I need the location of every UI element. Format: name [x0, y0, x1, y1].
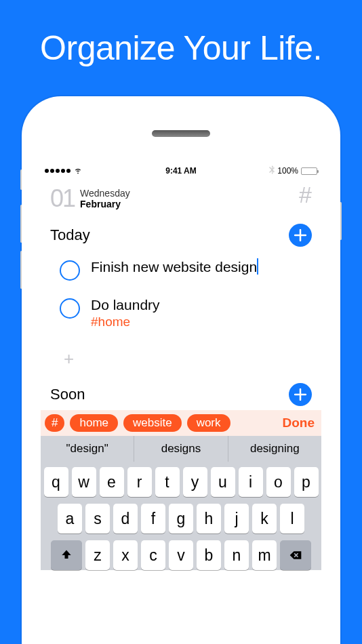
date-header: 01 Wednesday February #	[41, 178, 321, 217]
autocomplete-bar: "design" designs designing	[41, 436, 321, 462]
date-weekday: Wednesday	[80, 188, 130, 199]
phone-speaker	[152, 130, 210, 137]
task-row[interactable]: Do laundry #home	[41, 289, 321, 338]
battery-icon	[301, 167, 317, 175]
keyboard-row: a s d f g h j k l	[43, 504, 319, 534]
key-p[interactable]: p	[294, 467, 319, 497]
tag-pill-home[interactable]: home	[70, 414, 118, 432]
task-checkbox[interactable]	[60, 260, 80, 281]
task-text[interactable]: Do laundry	[91, 297, 160, 313]
bluetooth-icon	[269, 165, 275, 176]
autocomplete-option[interactable]: "design"	[41, 436, 134, 462]
task-row[interactable]: Finish new website design	[41, 251, 321, 289]
key-l[interactable]: l	[280, 504, 304, 534]
hash-filter-button[interactable]: #	[299, 182, 312, 208]
wifi-icon	[73, 165, 83, 177]
key-z[interactable]: z	[85, 540, 110, 570]
key-a[interactable]: a	[58, 504, 82, 534]
keyboard-done-button[interactable]: Done	[283, 416, 318, 430]
section-title-soon: Soon	[50, 386, 85, 403]
keyboard: q w e r t y u i o p a s d f g h j k l	[41, 462, 321, 570]
key-e[interactable]: e	[100, 467, 124, 497]
date-number: 01	[50, 184, 75, 213]
task-checkbox[interactable]	[60, 298, 80, 319]
app-screen: 9:41 AM 100% 01 Wednesday February # Tod…	[41, 164, 321, 644]
key-f[interactable]: f	[141, 504, 165, 534]
key-w[interactable]: w	[72, 467, 96, 497]
tag-pill-work[interactable]: work	[187, 414, 230, 432]
tag-hash-button[interactable]: #	[45, 414, 64, 432]
key-t[interactable]: t	[155, 467, 180, 497]
add-task-soon-button[interactable]	[289, 383, 312, 406]
key-u[interactable]: u	[211, 467, 235, 497]
autocomplete-option[interactable]: designs	[134, 436, 228, 462]
signal-icon	[45, 169, 71, 173]
tag-pill-website[interactable]: website	[123, 414, 182, 432]
shift-key[interactable]	[51, 540, 82, 570]
key-c[interactable]: c	[141, 540, 165, 570]
keyboard-row: q w e r t y u i o p	[43, 467, 319, 497]
key-o[interactable]: o	[266, 467, 291, 497]
hero-title: Organize Your Life.	[0, 0, 362, 68]
key-v[interactable]: v	[169, 540, 193, 570]
task-tag[interactable]: #home	[91, 315, 160, 329]
key-b[interactable]: b	[197, 540, 221, 570]
backspace-key[interactable]	[280, 540, 311, 570]
text-cursor	[257, 258, 258, 275]
key-i[interactable]: i	[239, 467, 263, 497]
add-task-today-button[interactable]	[289, 224, 312, 247]
key-d[interactable]: d	[113, 504, 138, 534]
key-h[interactable]: h	[197, 504, 221, 534]
key-g[interactable]: g	[169, 504, 193, 534]
key-r[interactable]: r	[127, 467, 152, 497]
status-time: 9:41 AM	[165, 166, 197, 176]
keyboard-row: z x c v b n m	[43, 540, 319, 570]
key-m[interactable]: m	[252, 540, 277, 570]
key-y[interactable]: y	[183, 467, 207, 497]
battery-percent: 100%	[277, 166, 298, 176]
key-n[interactable]: n	[224, 540, 249, 570]
section-title-today: Today	[50, 226, 90, 244]
key-q[interactable]: q	[44, 467, 68, 497]
phone-frame: 9:41 AM 100% 01 Wednesday February # Tod…	[22, 96, 340, 644]
tag-suggestion-bar: # home website work Done	[41, 410, 321, 436]
autocomplete-option[interactable]: designing	[228, 436, 321, 462]
task-text-input[interactable]: Finish new website design	[91, 259, 258, 276]
status-bar: 9:41 AM 100%	[41, 164, 321, 178]
key-s[interactable]: s	[85, 504, 110, 534]
key-j[interactable]: j	[224, 504, 249, 534]
section-header-today: Today	[41, 217, 321, 251]
key-k[interactable]: k	[252, 504, 277, 534]
key-x[interactable]: x	[113, 540, 138, 570]
date-month: February	[80, 199, 130, 209]
section-header-soon: Soon	[41, 376, 321, 410]
add-task-inline-button[interactable]: +	[41, 338, 321, 376]
